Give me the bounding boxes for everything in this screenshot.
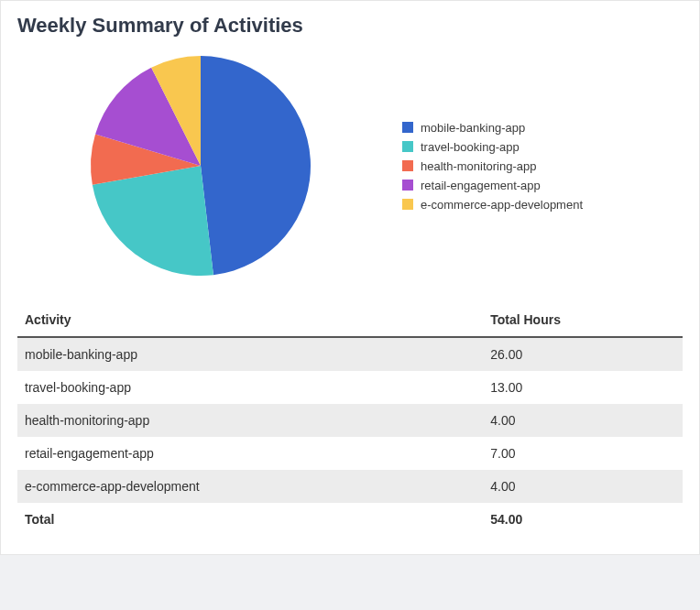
legend-swatch	[402, 180, 413, 191]
weekly-summary-card: Weekly Summary of Activities mobile-bank…	[0, 0, 700, 555]
table-total-row: Total54.00	[17, 503, 683, 536]
legend-swatch	[402, 199, 413, 210]
pie-chart-container	[17, 47, 384, 285]
cell-activity: mobile-banking-app	[17, 337, 483, 371]
pie-chart	[82, 47, 320, 285]
activity-table: Activity Total Hours mobile-banking-app2…	[17, 303, 683, 536]
legend-item-health-monitoring-app[interactable]: health-monitoring-app	[402, 159, 683, 173]
pie-slice-mobile-banking-app[interactable]	[201, 56, 311, 275]
cell-hours: 7.00	[483, 437, 683, 470]
legend-item-retail-engagement-app[interactable]: retail-engagement-app	[402, 179, 683, 192]
pie-slice-travel-booking-app[interactable]	[93, 166, 213, 276]
legend-item-travel-booking-app[interactable]: travel-booking-app	[402, 140, 683, 154]
legend-swatch	[402, 160, 413, 171]
table-header-row: Activity Total Hours	[17, 303, 683, 337]
cell-hours: 4.00	[483, 404, 683, 437]
table-row: mobile-banking-app26.00	[17, 337, 683, 371]
cell-activity: health-monitoring-app	[17, 404, 483, 437]
table-row: e-commerce-app-development4.00	[17, 470, 683, 503]
legend-label: health-monitoring-app	[421, 159, 536, 173]
table-row: travel-booking-app13.00	[17, 371, 683, 404]
legend-label: e-commerce-app-development	[421, 198, 583, 212]
cell-activity: e-commerce-app-development	[17, 470, 483, 503]
chart-legend: mobile-banking-apptravel-booking-appheal…	[384, 115, 683, 217]
table-row: retail-engagement-app7.00	[17, 437, 683, 470]
legend-item-e-commerce-app-development[interactable]: e-commerce-app-development	[402, 198, 683, 212]
legend-label: travel-booking-app	[421, 140, 520, 154]
col-hours: Total Hours	[483, 303, 683, 337]
cell-hours: 4.00	[483, 470, 683, 503]
cell-activity: retail-engagement-app	[17, 437, 483, 470]
col-activity: Activity	[17, 303, 483, 337]
cell-hours: 13.00	[483, 371, 683, 404]
chart-row: mobile-banking-apptravel-booking-appheal…	[1, 47, 699, 303]
cell-hours: 26.00	[483, 337, 683, 371]
legend-swatch	[402, 122, 413, 133]
table-row: health-monitoring-app4.00	[17, 404, 683, 437]
legend-label: retail-engagement-app	[421, 179, 541, 192]
page-title: Weekly Summary of Activities	[1, 1, 699, 47]
cell-total-hours: 54.00	[483, 503, 683, 536]
cell-total-label: Total	[17, 503, 483, 536]
legend-swatch	[402, 141, 413, 152]
legend-label: mobile-banking-app	[421, 121, 525, 135]
legend-item-mobile-banking-app[interactable]: mobile-banking-app	[402, 121, 683, 135]
cell-activity: travel-booking-app	[17, 371, 483, 404]
